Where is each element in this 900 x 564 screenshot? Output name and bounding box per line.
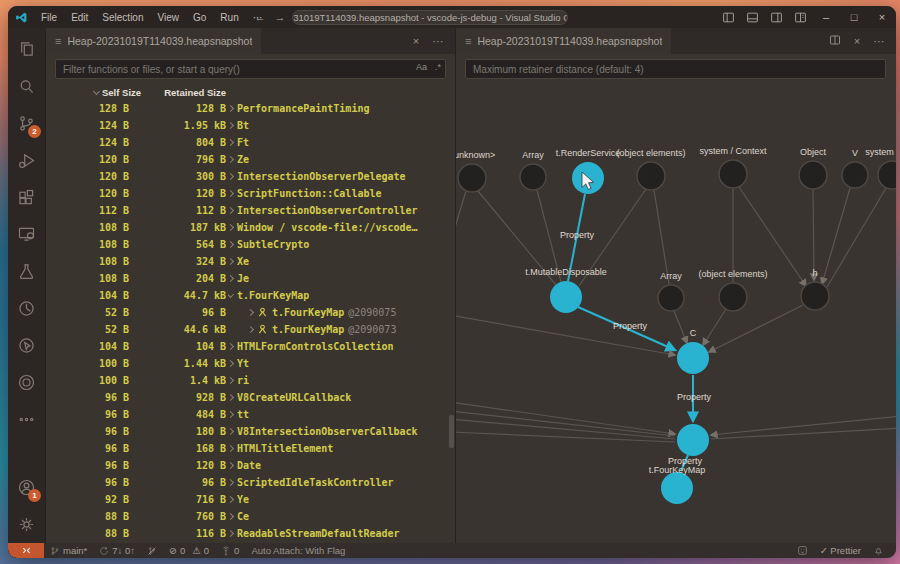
editor-actions-more-icon[interactable]: ⋯ [870,35,888,48]
graph-node-Array[interactable] [658,285,684,311]
split-editor-icon[interactable] [826,34,844,48]
minimize-button[interactable]: – [812,6,840,28]
graph-node-tFourKeyMap[interactable] [661,472,693,504]
table-row[interactable]: 96 B168 BHTMLTitleElement [46,440,455,457]
chevron-right-icon[interactable] [228,207,234,214]
graph-node-C[interactable] [677,342,709,374]
graph-node-Object[interactable] [799,161,827,189]
retainer-distance-input[interactable] [465,59,886,79]
notifications-bell-icon[interactable] [867,545,890,556]
run-debug-icon[interactable] [8,142,45,179]
chevron-right-icon[interactable] [228,105,234,112]
close-tab-icon[interactable]: × [848,35,866,47]
filter-input[interactable] [55,59,446,79]
close-button[interactable]: × [868,6,896,28]
menu-selection[interactable]: Selection [95,12,150,23]
chevron-right-icon[interactable] [228,343,234,350]
remote-indicator[interactable] [8,543,44,558]
table-row[interactable]: 96 B928 BV8CreateURLCallback [46,389,455,406]
tab-heapsnapshot-left[interactable]: ≡ Heap-20231019T114039.heapsnapshot [46,28,261,54]
chevron-right-icon[interactable] [228,190,234,197]
table-row[interactable]: 128 B128 BPerformancePaintTiming [46,100,455,117]
chevron-down-icon[interactable] [228,290,234,297]
table-row[interactable]: 96 B120 BDate [46,457,455,474]
graph-node-objectelements[interactable] [719,283,747,311]
table-row[interactable]: 96 B180 BV8IntersectionObserverCallback [46,423,455,440]
retained-size-header[interactable]: Retained Size [156,87,226,98]
command-center[interactable]: Heap-20231019T114039.heapsnapshot - vsco… [292,10,568,25]
chevron-right-icon[interactable] [228,173,234,180]
menu-file[interactable]: File [34,12,64,23]
chevron-right-icon[interactable] [228,428,234,435]
chevron-right-icon[interactable] [247,309,254,316]
search-icon[interactable] [8,68,45,105]
table-row[interactable]: 108 B187 kBWindow / vscode-file://vscode… [46,219,455,236]
graph-node-systemContext[interactable] [719,160,747,188]
chevron-right-icon[interactable] [247,326,254,333]
table-row[interactable]: 104 B104 BHTMLFormControlsCollection [46,338,455,355]
table-row[interactable]: 108 B324 BXe [46,253,455,270]
scrollbar-thumb[interactable] [449,415,454,448]
feedback-smiley-icon[interactable] [791,545,814,556]
remote-explorer-icon[interactable] [8,216,45,253]
table-row[interactable]: 120 B300 BIntersectionObserverDelegate [46,168,455,185]
nav-back-icon[interactable]: ← [252,11,268,23]
files-icon[interactable] [8,31,45,68]
graph-node-tMutableDisposable[interactable] [550,281,582,313]
git-sync-status[interactable]: 7↓ 0↑ [93,545,141,556]
tab-heapsnapshot-right[interactable]: ≡ Heap-20231019T114039.heapsnapshot [456,28,671,54]
github-icon[interactable] [8,364,45,401]
graph-node-V[interactable] [842,162,868,188]
table-row[interactable]: 120 B120 BScriptFunction::Callable [46,185,455,202]
close-tab-icon[interactable]: × [407,35,425,47]
menu-edit[interactable]: Edit [64,12,95,23]
self-size-header[interactable]: Self Size [94,87,141,98]
chevron-right-icon[interactable] [228,377,234,384]
sync-disabled-icon[interactable] [141,546,163,556]
graph-node-h[interactable] [801,282,829,310]
menu-run[interactable]: Run [213,12,245,23]
chevron-right-icon[interactable] [228,122,234,129]
table-row[interactable]: 92 B716 BYe [46,491,455,508]
chevron-right-icon[interactable] [228,479,234,486]
account-icon[interactable]: 1 [8,469,45,506]
chevron-right-icon[interactable] [228,411,234,418]
table-row[interactable]: 96 B484 Btt [46,406,455,423]
graph-node-unknown[interactable] [458,164,486,192]
problems-status[interactable]: ⊘0 ⚠0 [163,545,215,556]
table-row[interactable]: 108 B564 BSubtleCrypto [46,236,455,253]
settings-gear-icon[interactable] [8,506,45,543]
profiles-icon[interactable] [8,290,45,327]
table-row[interactable]: 52 B44.6 kBt.FourKeyMap@2090073 [46,321,455,338]
graph-node[interactable] [677,424,709,456]
table-row[interactable]: 52 B96 Bt.FourKeyMap@2090075 [46,304,455,321]
chevron-right-icon[interactable] [228,496,234,503]
nav-forward-icon[interactable]: → [272,11,288,23]
chevron-right-icon[interactable] [228,224,234,231]
prettier-status[interactable]: ✓ Prettier [814,545,867,556]
chevron-right-icon[interactable] [228,258,234,265]
forwarded-ports-status[interactable]: 0 [215,545,245,556]
table-row[interactable]: 100 B1.44 kBYt [46,355,455,372]
chevron-right-icon[interactable] [228,139,234,146]
graph-node-Array[interactable] [520,164,546,190]
regex-icon[interactable]: .* [435,62,441,72]
graph-node-system[interactable] [878,161,896,189]
table-row[interactable]: 120 B796 BZe [46,151,455,168]
chevron-right-icon[interactable] [228,241,234,248]
chevron-right-icon[interactable] [228,462,234,469]
table-row[interactable]: 100 B1.4 kBri [46,372,455,389]
table-row[interactable]: 86 B448 kBt.… [46,542,455,543]
chevron-right-icon[interactable] [228,513,234,520]
editor-actions-more-icon[interactable]: ⋯ [429,35,447,48]
chevron-right-icon[interactable] [228,360,234,367]
table-row[interactable]: 96 B96 BScriptedIdleTaskController [46,474,455,491]
auto-attach-status[interactable]: Auto Attach: With Flag [245,545,351,556]
chevron-right-icon[interactable] [228,394,234,401]
test-beaker-icon[interactable] [8,253,45,290]
table-row[interactable]: 112 B112 BIntersectionObserverController [46,202,455,219]
chevron-right-icon[interactable] [228,445,234,452]
more-icon[interactable] [8,401,45,438]
chevron-right-icon[interactable] [228,530,234,537]
live-share-icon[interactable] [8,327,45,364]
